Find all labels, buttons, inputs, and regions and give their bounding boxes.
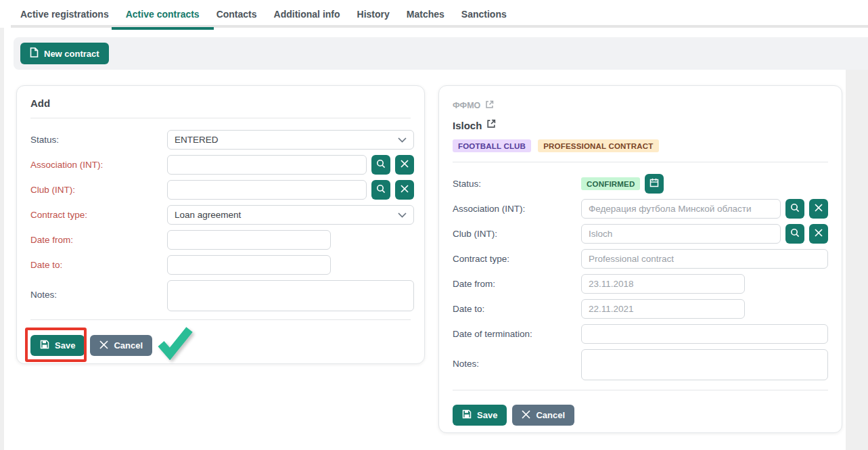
status-label: Status: — [30, 135, 167, 145]
club-clear-button[interactable] — [809, 224, 828, 244]
status-row: Status: CONFIRMED — [453, 174, 828, 194]
status-select-value: ENTERED — [175, 135, 219, 145]
search-icon — [376, 159, 386, 171]
notes-row: Notes: — [30, 280, 411, 311]
contract-detail-panel: ФФМО Isloch FOOTBALL CLUB PROFESSIONAL C… — [438, 85, 842, 433]
status-history-button[interactable] — [645, 174, 664, 194]
date-to-label: Date to: — [453, 304, 581, 314]
club-link-row: Isloch — [453, 119, 828, 131]
association-row: Association (INT): — [30, 155, 411, 175]
date-from-row: Date from: — [30, 230, 411, 250]
status-select[interactable]: ENTERED — [167, 130, 414, 150]
date-to-input[interactable] — [167, 255, 331, 275]
association-search-button[interactable] — [371, 155, 390, 175]
search-icon — [790, 203, 800, 215]
detail-panel-buttons: Save Cancel — [453, 403, 828, 426]
termination-row: Date of termination: — [453, 324, 828, 344]
cancel-button[interactable]: Cancel — [90, 335, 152, 356]
status-label: Status: — [453, 179, 581, 189]
club-input[interactable] — [167, 180, 367, 200]
close-icon — [99, 340, 108, 351]
notes-label: Notes: — [453, 349, 581, 369]
association-link-row: ФФМО — [453, 99, 828, 112]
status-badge: CONFIRMED — [581, 177, 640, 190]
date-to-row: Date to: — [30, 255, 411, 275]
notes-row: Notes: — [453, 349, 828, 380]
club-clear-button[interactable] — [395, 180, 414, 200]
contract-type-label: Contract type: — [30, 210, 167, 220]
left-edge-strip — [0, 0, 4, 450]
calendar-icon — [649, 178, 659, 189]
contract-type-label: Contract type: — [453, 254, 581, 264]
club-row: Club (INT): — [30, 180, 411, 200]
termination-input[interactable] — [581, 324, 828, 344]
association-input[interactable] — [581, 199, 781, 219]
tab-active-registrations[interactable]: Active registrations — [20, 0, 109, 27]
association-label: Association (INT): — [453, 204, 581, 214]
club-search-button[interactable] — [785, 224, 804, 244]
club-input[interactable] — [581, 224, 781, 244]
tab-contacts[interactable]: Contacts — [216, 0, 257, 27]
association-clear-button[interactable] — [395, 155, 414, 175]
new-contract-label: New contract — [44, 49, 99, 59]
close-icon — [815, 204, 823, 214]
contract-type-row: Contract type: — [453, 249, 828, 269]
tab-additional-info[interactable]: Additional info — [274, 0, 340, 27]
tags-row: FOOTBALL CLUB PROFESSIONAL CONTRACT — [453, 139, 828, 152]
association-search-button[interactable] — [785, 199, 804, 219]
save-button[interactable]: Save — [453, 405, 507, 426]
tab-history[interactable]: History — [357, 0, 390, 27]
status-row: Status: ENTERED — [30, 130, 411, 150]
search-icon — [376, 184, 386, 196]
checkmark-annotation — [156, 325, 194, 363]
chevron-down-icon — [398, 135, 407, 145]
date-to-row: Date to: — [453, 299, 828, 319]
contract-type-select[interactable]: Loan agreement — [167, 205, 414, 225]
notes-label: Notes: — [30, 280, 167, 300]
association-input[interactable] — [167, 155, 367, 175]
save-button[interactable]: Save — [30, 335, 85, 356]
close-icon — [815, 229, 823, 239]
professional-contract-badge: PROFESSIONAL CONTRACT — [538, 139, 658, 152]
club-label: Club (INT): — [30, 185, 167, 195]
date-from-label: Date from: — [453, 279, 581, 289]
association-label: Association (INT): — [30, 160, 167, 170]
date-to-input[interactable] — [581, 299, 745, 319]
date-to-label: Date to: — [30, 260, 167, 270]
divider — [453, 390, 828, 390]
search-icon — [790, 228, 800, 240]
cancel-button[interactable]: Cancel — [512, 405, 574, 426]
termination-label: Date of termination: — [453, 329, 581, 339]
chevron-down-icon — [398, 210, 407, 220]
save-label: Save — [55, 340, 75, 351]
close-icon — [401, 160, 409, 170]
contract-type-input[interactable] — [581, 249, 828, 269]
tab-sanctions[interactable]: Sanctions — [461, 0, 507, 27]
new-contract-button[interactable]: New contract — [20, 43, 109, 64]
association-row: Association (INT): — [453, 199, 828, 219]
association-link[interactable]: ФФМО — [453, 101, 480, 110]
club-link[interactable]: Isloch — [453, 120, 482, 131]
panel-title: Add — [30, 97, 411, 109]
association-clear-button[interactable] — [809, 199, 828, 219]
club-search-button[interactable] — [371, 180, 390, 200]
divider — [30, 118, 411, 118]
external-link-icon[interactable] — [485, 99, 494, 112]
contract-type-select-value: Loan agreement — [175, 210, 241, 220]
notes-textarea[interactable] — [581, 349, 828, 380]
notes-textarea[interactable] — [167, 280, 414, 311]
date-from-input[interactable] — [581, 274, 745, 294]
football-club-badge: FOOTBALL CLUB — [453, 139, 531, 152]
date-from-label: Date from: — [30, 235, 167, 245]
contract-type-row: Contract type: Loan agreement — [30, 205, 411, 225]
divider — [453, 162, 828, 162]
tab-matches[interactable]: Matches — [407, 0, 444, 27]
tab-bar: Active registrations Active contracts Co… — [0, 0, 868, 28]
club-row: Club (INT): — [453, 224, 828, 244]
add-panel-buttons: Save Cancel — [30, 334, 411, 356]
external-link-icon[interactable] — [486, 119, 496, 131]
toolbar: New contract — [14, 37, 868, 70]
tab-active-contracts[interactable]: Active contracts — [112, 0, 214, 30]
date-from-input[interactable] — [167, 230, 331, 250]
save-icon — [462, 409, 472, 421]
